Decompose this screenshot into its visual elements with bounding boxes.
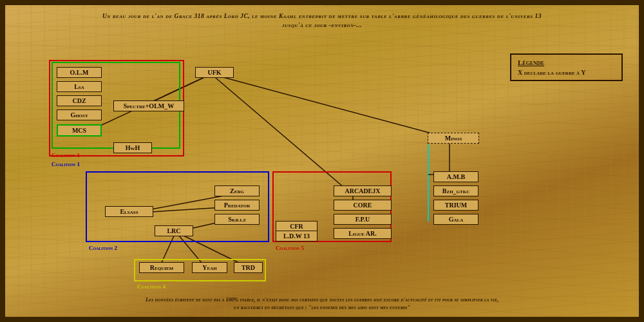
coalition5-label: Coalition 5 [276,245,304,251]
node-predator: Predator [214,200,260,211]
legend-title: Légende [518,59,615,66]
node-minos: Minos [428,133,479,144]
node-spectre: Spectre+OLM_W [113,100,184,111]
node-amb: A.M.B [433,171,478,182]
node-ghost: Ghost [57,109,102,120]
node-ldw13: L.D.W 13 [276,231,317,242]
coalition2-label: Coalition 2 [89,245,117,251]
node-olm: O.L.M [57,67,102,78]
node-trd: TRD [234,262,263,273]
node-arcadejx: ARCADEJX [334,185,392,196]
node-gala: Gala [433,214,478,225]
legend-text: X declare la guerre à Y [518,69,615,76]
node-zerg: Zerg [214,185,260,196]
coalition1b-label: Coalition 1 [52,161,80,167]
node-ufk: UFK [195,67,234,78]
node-fpu: F.P.U [334,214,392,225]
node-lrc: LRC [155,225,193,236]
node-mcs: MCS [57,124,102,137]
node-bzh-gtkc: Bzh_gtkc [433,185,478,196]
node-core: CORE [334,200,392,211]
legend-box: Légende X declare la guerre à Y [510,53,623,81]
node-ligue-ar: Ligue AR. [334,228,392,239]
node-hwh: HwH [113,142,152,153]
node-lsa: Lsa [57,81,102,92]
node-skillz: Skillz [214,214,260,225]
node-cdz: CDZ [57,95,102,106]
node-elsass: Elsass [105,206,153,217]
coalition1a-label: Coalition 1 [52,152,80,158]
node-yeah: Yeah [192,262,227,273]
node-trium: TRIUM [433,200,478,211]
coalition4-label: Coalition 4 [137,283,166,290]
node-requiem: Requiem [139,262,184,273]
